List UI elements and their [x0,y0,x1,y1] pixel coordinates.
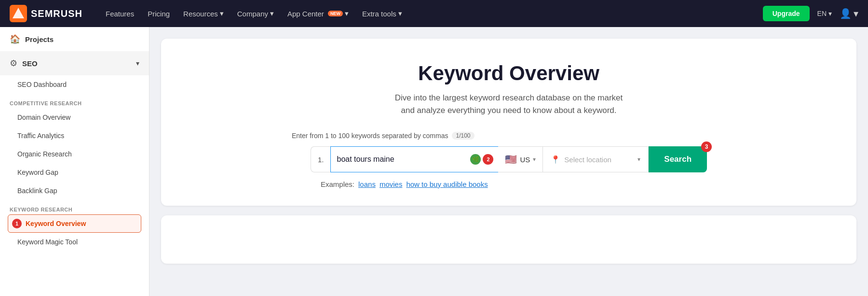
keyword-count-badge: 1/100 [452,132,474,140]
home-icon: 🏠 [10,34,20,44]
input-number: 1. [311,146,331,172]
sidebar-category-competitive: COMPETITIVE RESEARCH [0,94,149,108]
sidebar-item-traffic-analytics[interactable]: Traffic Analytics [0,127,149,145]
example-movies[interactable]: movies [380,180,403,188]
sidebar-item-backlink-gap[interactable]: Backlink Gap [0,182,149,200]
sidebar-category-keyword-research: KEYWORD RESEARCH [0,200,149,214]
nav-items: Features Pricing Resources ▾ Company ▾ A… [106,9,747,18]
location-icon: 📍 [551,155,560,164]
top-navigation: SEMRUSH Features Pricing Resources ▾ Com… [0,0,868,27]
sidebar-item-domain-overview[interactable]: Domain Overview [0,108,149,127]
sidebar-projects[interactable]: 🏠 Projects [0,27,149,51]
country-label: US [520,155,530,164]
main-content: Keyword Overview Dive into the largest k… [149,27,868,296]
step-1-badge: 1 [12,219,22,228]
sidebar: 🏠 Projects ⚙ SEO ▾ SEO Dashboard COMPETI… [0,27,149,296]
search-button[interactable]: Search [649,146,707,172]
examples-row: Examples: loans movies how to buy audibl… [292,180,726,188]
location-chevron-icon: ▾ [637,156,640,163]
main-layout: 🏠 Projects ⚙ SEO ▾ SEO Dashboard COMPETI… [0,27,868,296]
sidebar-item-keyword-gap[interactable]: Keyword Gap [0,163,149,182]
sidebar-seo[interactable]: ⚙ SEO ▾ [0,51,149,75]
sidebar-item-seo-dashboard[interactable]: SEO Dashboard [0,75,149,94]
example-audible-books[interactable]: how to buy audible books [406,180,488,188]
sidebar-item-keyword-magic-tool[interactable]: Keyword Magic Tool [0,233,149,251]
nav-resources[interactable]: Resources ▾ [183,9,224,18]
language-selector[interactable]: EN ▾ [817,10,832,17]
app-center-badge: NEW [328,11,343,16]
nav-features[interactable]: Features [106,10,134,18]
upgrade-button[interactable]: Upgrade [763,6,810,21]
sidebar-item-organic-research[interactable]: Organic Research [0,145,149,163]
green-icon: 🌿 [470,154,481,165]
example-loans[interactable]: loans [358,180,376,188]
user-menu[interactable]: 👤 ▾ [840,8,858,19]
location-placeholder: Select location [564,155,611,164]
second-card [161,215,856,264]
seo-chevron-icon: ▾ [136,59,139,67]
nav-right: Upgrade EN ▾ 👤 ▾ [763,6,858,21]
nav-extra-tools[interactable]: Extra tools ▾ [362,9,402,18]
keyword-input-row: 1. 🌿 2 🇺🇸 US ▾ 📍 Select location ▾ [292,146,726,172]
logo[interactable]: SEMRUSH [10,5,82,22]
country-selector[interactable]: 🇺🇸 US ▾ [498,146,542,172]
nav-pricing[interactable]: Pricing [148,10,170,18]
nav-company[interactable]: Company ▾ [237,9,274,18]
input-icons: 🌿 2 [465,146,498,172]
step-2-badge: 2 [483,154,493,165]
country-flag: 🇺🇸 [505,154,517,165]
page-subtitle: Dive into the largest keyword research d… [190,92,827,116]
keyword-hint: Enter from 1 to 100 keywords separated b… [292,132,726,140]
keyword-input[interactable] [330,146,465,172]
page-title: Keyword Overview [190,62,827,85]
country-chevron-icon: ▾ [533,156,536,163]
nav-app-center[interactable]: App Center NEW ▾ [287,9,349,18]
seo-icon: ⚙ [10,58,17,69]
search-wrapper: Search 3 [649,146,707,172]
location-selector[interactable]: 📍 Select location ▾ [542,146,649,172]
sidebar-item-keyword-overview[interactable]: 1 Keyword Overview [8,214,141,233]
step-3-badge: 3 [701,141,712,152]
keyword-overview-card: Keyword Overview Dive into the largest k… [161,39,856,206]
logo-text: SEMRUSH [31,8,82,19]
